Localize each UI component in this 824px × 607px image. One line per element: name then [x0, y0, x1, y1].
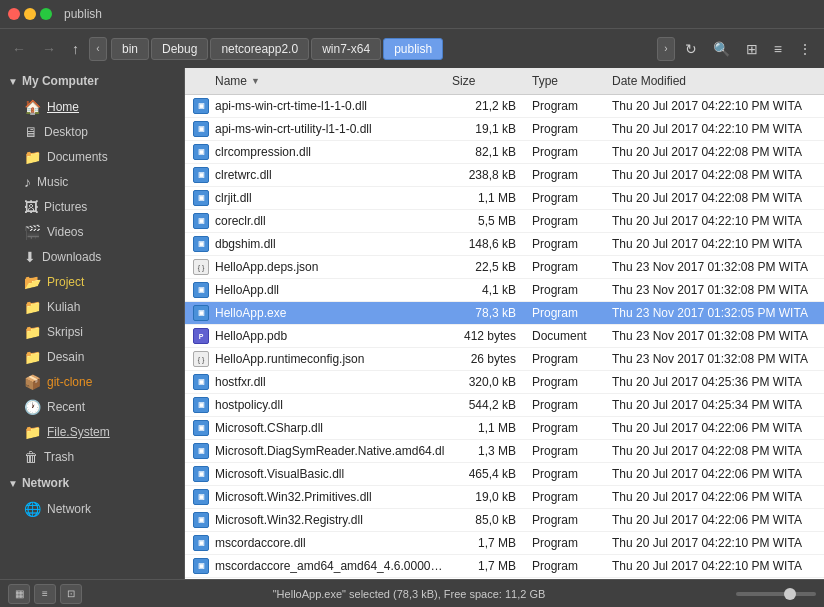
sidebar-item-filesystem[interactable]: 📁 File.System — [4, 420, 180, 444]
file-size-col: 5,5 MB — [444, 210, 524, 232]
table-row[interactable]: ▣ hostfxr.dll 320,0 kB Program Thu 20 Ju… — [185, 371, 824, 394]
table-row[interactable]: ▣ mscordaccore_amd64_amd64_4.6.0000… 1,7… — [185, 555, 824, 578]
table-row[interactable]: ▣ Microsoft.VisualBasic.dll 465,4 kB Pro… — [185, 463, 824, 486]
file-name: mscordaccore_amd64_amd64_4.6.0000… — [215, 559, 442, 573]
table-row[interactable]: ▣ clrjit.dll 1,1 MB Program Thu 20 Jul 2… — [185, 187, 824, 210]
sidebar-item-network[interactable]: 🌐 Network — [4, 497, 180, 521]
file-name: Microsoft.CSharp.dll — [215, 421, 323, 435]
close-button[interactable] — [8, 8, 20, 20]
file-type-col: Program — [524, 256, 604, 278]
sidebar-item-kuliah[interactable]: 📁 Kuliah — [4, 295, 180, 319]
json-icon: { } — [193, 351, 209, 367]
sidebar-item-pictures[interactable]: 🖼 Pictures — [4, 195, 180, 219]
dll-icon: ▣ — [193, 535, 209, 551]
file-date-col: Thu 20 Jul 2017 04:22:10 PM WITA — [604, 532, 824, 554]
statusbar-right — [736, 592, 816, 596]
sidebar-item-desktop[interactable]: 🖥 Desktop — [4, 120, 180, 144]
file-date-col: Thu 20 Jul 2017 04:25:36 PM WITA — [604, 371, 824, 393]
table-row[interactable]: ▣ Microsoft.Win32.Registry.dll 85,0 kB P… — [185, 509, 824, 532]
network-section-label: Network — [22, 476, 69, 490]
breadcrumb-netcoreapp[interactable]: netcoreapp2.0 — [210, 38, 309, 60]
breadcrumb-win7[interactable]: win7-x64 — [311, 38, 381, 60]
minimize-button[interactable] — [24, 8, 36, 20]
view-btn-3[interactable]: ⊡ — [60, 584, 82, 604]
sidebar-item-music[interactable]: ♪ Music — [4, 170, 180, 194]
table-row[interactable]: ▣ Microsoft.Win32.Primitives.dll 19,0 kB… — [185, 486, 824, 509]
sidebar-item-home[interactable]: 🏠 Home — [4, 95, 180, 119]
file-size-col: 26 bytes — [444, 348, 524, 370]
table-row[interactable]: ▣ dbgshim.dll 148,6 kB Program Thu 20 Ju… — [185, 233, 824, 256]
sidebar-item-desain[interactable]: 📁 Desain — [4, 345, 180, 369]
network-arrow: ▼ — [8, 478, 18, 489]
window-controls[interactable] — [8, 8, 52, 20]
grid-view-button[interactable]: ⊞ — [740, 37, 764, 61]
header-type[interactable]: Type — [524, 72, 604, 90]
table-row[interactable]: ▣ HelloApp.dll 4,1 kB Program Thu 23 Nov… — [185, 279, 824, 302]
sidebar-label-videos: Videos — [47, 225, 83, 239]
dll-icon: ▣ — [193, 282, 209, 298]
maximize-button[interactable] — [40, 8, 52, 20]
sidebar-item-documents[interactable]: 📁 Documents — [4, 145, 180, 169]
view-btn-2[interactable]: ≡ — [34, 584, 56, 604]
more-button[interactable]: ⋮ — [792, 37, 818, 61]
table-row[interactable]: ▣ HelloApp.exe 78,3 kB Program Thu 23 No… — [185, 302, 824, 325]
list-view-button[interactable]: ≡ — [768, 37, 788, 61]
toolbar-right: ↻ 🔍 ⊞ ≡ ⋮ — [679, 37, 818, 61]
downloads-icon: ⬇ — [24, 249, 36, 265]
sidebar-item-git-clone[interactable]: 📦 git-clone — [4, 370, 180, 394]
table-row[interactable]: ▣ clretwrc.dll 238,8 kB Program Thu 20 J… — [185, 164, 824, 187]
file-name: HelloApp.deps.json — [215, 260, 318, 274]
table-row[interactable]: { } HelloApp.deps.json 22,5 kB Program T… — [185, 256, 824, 279]
refresh-button[interactable]: ↻ — [679, 37, 703, 61]
table-row[interactable]: ▣ coreclr.dll 5,5 MB Program Thu 20 Jul … — [185, 210, 824, 233]
table-row[interactable]: ▣ clrcompression.dll 82,1 kB Program Thu… — [185, 141, 824, 164]
file-type-col: Program — [524, 210, 604, 232]
breadcrumb-prev[interactable]: ‹ — [89, 37, 107, 61]
window-title: publish — [64, 7, 102, 21]
file-type-col: Program — [524, 95, 604, 117]
sidebar-item-videos[interactable]: 🎬 Videos — [4, 220, 180, 244]
table-row[interactable]: ▣ Microsoft.CSharp.dll 1,1 MB Program Th… — [185, 417, 824, 440]
skripsi-icon: 📁 — [24, 324, 41, 340]
breadcrumb-bin[interactable]: bin — [111, 38, 149, 60]
file-name: Microsoft.Win32.Registry.dll — [215, 513, 363, 527]
table-row[interactable]: { } HelloApp.runtimeconfig.json 26 bytes… — [185, 348, 824, 371]
table-row[interactable]: ▣ Microsoft.DiagSymReader.Native.amd64.d… — [185, 440, 824, 463]
up-button[interactable]: ↑ — [66, 37, 85, 61]
table-row[interactable]: ▣ hostpolicy.dll 544,2 kB Program Thu 20… — [185, 394, 824, 417]
sidebar-item-downloads[interactable]: ⬇ Downloads — [4, 245, 180, 269]
file-size-col: 19,0 kB — [444, 486, 524, 508]
zoom-slider[interactable] — [736, 592, 816, 596]
view-btn-1[interactable]: ▦ — [8, 584, 30, 604]
file-type-col: Program — [524, 486, 604, 508]
header-name[interactable]: Name ▼ — [185, 72, 444, 90]
file-type-col: Program — [524, 463, 604, 485]
breadcrumb-next[interactable]: › — [657, 37, 675, 61]
my-computer-arrow: ▼ — [8, 76, 18, 87]
forward-button[interactable]: → — [36, 37, 62, 61]
sidebar-item-trash[interactable]: 🗑 Trash — [4, 445, 180, 469]
file-type-col: Program — [524, 417, 604, 439]
my-computer-section[interactable]: ▼ My Computer — [0, 68, 184, 94]
header-size[interactable]: Size — [444, 72, 524, 90]
breadcrumb-debug[interactable]: Debug — [151, 38, 208, 60]
dll-icon: ▣ — [193, 98, 209, 114]
table-row[interactable]: P HelloApp.pdb 412 bytes Document Thu 23… — [185, 325, 824, 348]
sidebar-item-recent[interactable]: 🕐 Recent — [4, 395, 180, 419]
file-name-col: ▣ HelloApp.dll — [185, 279, 444, 301]
back-button[interactable]: ← — [6, 37, 32, 61]
file-name-col: ▣ mscordaccore.dll — [185, 532, 444, 554]
network-section[interactable]: ▼ Network — [0, 470, 184, 496]
documents-icon: 📁 — [24, 149, 41, 165]
exe-icon: ▣ — [193, 305, 209, 321]
dll-icon: ▣ — [193, 167, 209, 183]
breadcrumb-publish[interactable]: publish — [383, 38, 443, 60]
header-date[interactable]: Date Modified — [604, 72, 824, 90]
table-row[interactable]: ▣ api-ms-win-crt-time-l1-1-0.dll 21,2 kB… — [185, 95, 824, 118]
table-row[interactable]: ▣ api-ms-win-crt-utility-l1-1-0.dll 19,1… — [185, 118, 824, 141]
table-row[interactable]: ▣ mscordaccore.dll 1,7 MB Program Thu 20… — [185, 532, 824, 555]
sidebar-item-project[interactable]: 📂 Project — [4, 270, 180, 294]
sidebar-item-skripsi[interactable]: 📁 Skripsi — [4, 320, 180, 344]
search-button[interactable]: 🔍 — [707, 37, 736, 61]
file-type-col: Program — [524, 141, 604, 163]
